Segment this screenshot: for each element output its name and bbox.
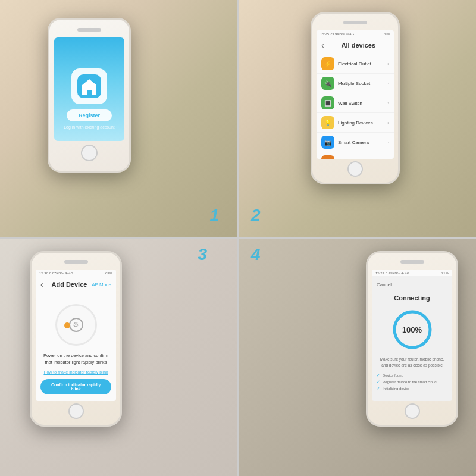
confirm-button[interactable]: Confirm indicator rapidly blink: [40, 379, 111, 394]
phone-notch-2: [343, 21, 367, 24]
connecting-note: Make sure your router, mobile phone, and…: [377, 356, 447, 368]
instruction-text: Power on the device and confirm that ind…: [40, 353, 111, 365]
list-item[interactable]: 🔌 Multiple Socket ›: [317, 74, 394, 93]
list-item[interactable]: 💡 Lighting Devices ›: [317, 113, 394, 133]
blink-link[interactable]: How to make indicator rapidly blink: [43, 370, 108, 374]
main-grid: Register Log in with existing account 1 …: [0, 0, 476, 476]
device-name-socket: Multiple Socket: [338, 81, 387, 86]
list-item[interactable]: 🔥 Oil Heater ›: [317, 152, 394, 159]
time-2: 15:25 23.9KB/s ⊕ 4G: [320, 32, 354, 36]
phone-4: 15:24 0.49KB/s ⊕ 4G 21% Cancel Connectin…: [366, 251, 458, 427]
ap-mode-label: AP Mode: [92, 282, 111, 287]
device-circle: ⚙: [55, 304, 97, 346]
list-item[interactable]: 🔳 Wall Switch ›: [317, 93, 394, 113]
device-arrow: ›: [387, 61, 389, 67]
phone-2: 15:25 23.9KB/s ⊕ 4G 70% ‹ All devices ⚡ …: [311, 12, 400, 184]
add-device-title: Add Device: [47, 281, 92, 288]
device-icon-camera: 📷: [321, 136, 334, 149]
list-item[interactable]: ⚡ Electrical Outlet ›: [317, 54, 394, 74]
back-arrow-2[interactable]: ‹: [321, 40, 324, 50]
time-4: 15:24 0.49KB/s ⊕ 4G: [375, 271, 409, 275]
device-arrow: ›: [387, 81, 389, 86]
status-item-register: Register device to the smart cloud: [377, 380, 447, 384]
devices-header: ‹ All devices: [317, 37, 394, 54]
device-name-switch: Wall Switch: [338, 101, 387, 106]
status-item-found: Device found: [377, 373, 447, 378]
device-name-light: Lighting Devices: [338, 120, 387, 126]
device-name-outlet: Electrical Outlet: [338, 61, 387, 67]
connecting-title: Connecting: [394, 295, 430, 302]
device-arrow: ›: [387, 120, 389, 126]
cancel-button[interactable]: Cancel: [377, 282, 392, 287]
phone-notch-4: [400, 260, 424, 264]
step-badge-1: 1: [209, 206, 219, 225]
phone-wrapper-3: 15:30 0.07KB/s ⊕ 4G 69% ‹ Add Device AP …: [0, 239, 237, 476]
device-icon-light: 💡: [321, 116, 334, 129]
device-arrow: ›: [387, 101, 389, 106]
device-icon-outlet: ⚡: [321, 57, 334, 70]
battery-3: 69%: [105, 271, 112, 275]
cell-step-4: 15:24 0.49KB/s ⊕ 4G 21% Cancel Connectin…: [239, 239, 476, 476]
connecting-content: Cancel Connecting 100% Make sure your ro…: [372, 276, 452, 399]
home-button-3[interactable]: [68, 403, 84, 419]
status-bar-2: 15:25 23.9KB/s ⊕ 4G 70%: [317, 30, 394, 37]
status-bar-3: 15:30 0.07KB/s ⊕ 4G 69%: [36, 270, 116, 276]
status-item-init: Initializing device: [377, 386, 447, 391]
cell-step-3: 15:30 0.07KB/s ⊕ 4G 69% ‹ Add Device AP …: [0, 239, 237, 476]
add-device-content: ⚙ Power on the device and confirm that i…: [36, 293, 116, 400]
home-logo-svg: [77, 74, 101, 98]
screen-all-devices: 15:25 23.9KB/s ⊕ 4G 70% ‹ All devices ⚡ …: [317, 30, 394, 159]
screen-add-device: 15:30 0.07KB/s ⊕ 4G 69% ‹ Add Device AP …: [36, 270, 116, 401]
home-button-2[interactable]: [347, 161, 363, 177]
indicator-dot: [64, 322, 70, 328]
screen-register: Register Log in with existing account: [54, 37, 124, 141]
device-arrow: ›: [387, 140, 389, 145]
battery-2: 70%: [383, 32, 390, 36]
login-text: Log in with existing account: [64, 125, 115, 129]
progress-circle: 100%: [392, 309, 433, 350]
phone-notch-3: [64, 260, 88, 264]
add-device-header: ‹ Add Device AP Mode: [36, 276, 116, 293]
battery-4: 21%: [441, 271, 449, 275]
step-badge-4: 4: [251, 245, 261, 264]
phone-wrapper-2: 15:25 23.9KB/s ⊕ 4G 70% ‹ All devices ⚡ …: [239, 0, 476, 237]
settings-icon: ⚙: [69, 318, 83, 332]
devices-title: All devices: [328, 42, 389, 49]
list-item[interactable]: 📷 Smart Camera ›: [317, 133, 394, 152]
device-name-camera: Smart Camera: [338, 140, 387, 145]
status-bar-4: 15:24 0.49KB/s ⊕ 4G 21%: [372, 270, 452, 276]
home-button-4[interactable]: [405, 403, 420, 419]
phone-wrapper-1: Register Log in with existing account: [0, 0, 237, 237]
device-icon-switch: 🔳: [321, 96, 334, 109]
time-3: 15:30 0.07KB/s ⊕ 4G: [39, 271, 73, 275]
progress-label: 100%: [402, 325, 422, 334]
back-arrow-3[interactable]: ‹: [40, 280, 43, 289]
device-icon-heater: 🔥: [321, 155, 334, 159]
app-logo: [71, 68, 107, 104]
phone-3: 15:30 0.07KB/s ⊕ 4G 69% ‹ Add Device AP …: [30, 251, 122, 427]
phone-1: Register Log in with existing account: [48, 18, 131, 173]
device-icon-socket: 🔌: [321, 77, 334, 90]
phone-wrapper-4: 15:24 0.49KB/s ⊕ 4G 21% Cancel Connectin…: [239, 239, 476, 476]
cell-step-1: Register Log in with existing account 1: [0, 0, 237, 237]
step-badge-2: 2: [251, 206, 261, 225]
cell-step-2: 15:25 23.9KB/s ⊕ 4G 70% ‹ All devices ⚡ …: [239, 0, 476, 237]
home-button-1[interactable]: [81, 145, 98, 161]
screen-connecting: 15:24 0.49KB/s ⊕ 4G 21% Cancel Connectin…: [372, 270, 452, 401]
register-button[interactable]: Register: [67, 109, 112, 121]
step-badge-3: 3: [198, 245, 207, 264]
phone-notch-1: [77, 28, 101, 32]
